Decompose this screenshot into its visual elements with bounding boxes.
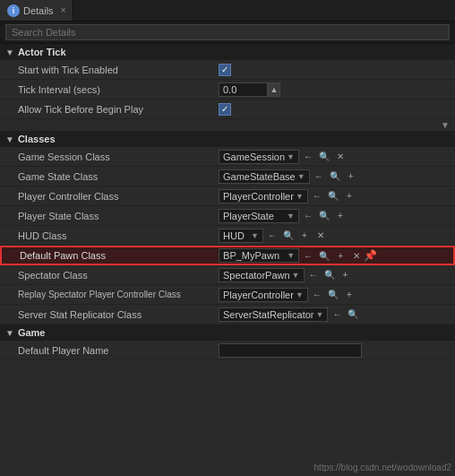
hud-arrow-left-button[interactable]: ← (265, 229, 279, 243)
server-stat-dropdown-text: ServerStatReplicator (223, 309, 314, 320)
scroll-indicator: ▼ (0, 119, 455, 131)
section-classes-label: Classes (18, 134, 56, 144)
replay-spectator-dropdown[interactable]: PlayerController ▼ (219, 288, 308, 302)
section-actor-tick-label: Actor Tick (18, 47, 66, 57)
server-stat-dropdown-arrow: ▼ (316, 310, 324, 319)
game-session-dropdown-arrow: ▼ (287, 152, 295, 161)
spectator-search-button[interactable]: 🔍 (322, 268, 337, 282)
allow-tick-checkbox-wrapper[interactable]: ✓ (219, 103, 231, 116)
default-pawn-arrow-left-button[interactable]: ← (301, 248, 315, 263)
player-state-dropdown-arrow: ▼ (287, 212, 295, 221)
section-actor-tick[interactable]: ▼ Actor Tick (0, 44, 455, 60)
replay-spectator-search-button[interactable]: 🔍 (326, 288, 340, 302)
prop-row-tick-interval: Tick Interval (secs) ▲ (0, 80, 455, 100)
tick-interval-spin-up[interactable]: ▲ (268, 82, 280, 97)
prop-row-spectator: Spectator Class SpectatorPawn ▼ ← 🔍 + (0, 265, 455, 285)
server-stat-dropdown[interactable]: ServerStatReplicator ▼ (219, 307, 328, 322)
game-state-dropdown-text: GameStateBase (223, 171, 296, 182)
prop-row-replay-spectator: Replay Spectator Player Controller Class… (0, 285, 455, 305)
start-tick-checkbox[interactable]: ✓ (219, 64, 231, 76)
player-state-add-button[interactable]: + (333, 209, 348, 223)
hud-clear-button[interactable]: ✕ (313, 229, 328, 243)
start-tick-label: Start with Tick Enabled (4, 65, 219, 75)
game-session-search-button[interactable]: 🔍 (317, 150, 331, 164)
tick-interval-input[interactable] (219, 82, 268, 97)
spectator-add-button[interactable]: + (339, 268, 353, 282)
player-state-search-button[interactable]: 🔍 (317, 209, 331, 223)
spectator-arrow-left-button[interactable]: ← (306, 268, 321, 282)
game-session-label: Game Session Class (4, 151, 219, 162)
game-session-arrow-left-button[interactable]: ← (301, 150, 315, 164)
tick-interval-value: ▲ (219, 82, 451, 97)
allow-tick-checkbox[interactable]: ✓ (219, 103, 231, 116)
spectator-dropdown-text: SpectatorPawn (223, 270, 290, 281)
section-classes[interactable]: ▼ Classes (0, 131, 455, 147)
default-pawn-dropdown[interactable]: BP_MyPawn ▼ (219, 248, 299, 263)
tab-title: Details (23, 5, 54, 16)
game-arrow-icon: ▼ (5, 328, 14, 338)
default-pawn-pin-icon: 📌 (365, 248, 374, 263)
player-state-dropdown[interactable]: PlayerState ▼ (219, 209, 299, 223)
replay-spectator-value: PlayerController ▼ ← 🔍 + (219, 288, 451, 302)
game-state-arrow-left-button[interactable]: ← (312, 169, 326, 184)
default-pawn-value: BP_MyPawn ▼ ← 🔍 + ✕ 📌 (219, 248, 450, 263)
prop-row-game-session: Game Session Class GameSession ▼ ← 🔍 ✕ (0, 147, 455, 167)
server-stat-value: ServerStatReplicator ▼ ← 🔍 (219, 307, 451, 322)
prop-row-player-controller: Player Controller Class PlayerController… (0, 186, 455, 206)
player-state-arrow-left-button[interactable]: ← (301, 209, 315, 223)
prop-row-game-state: Game State Class GameStateBase ▼ ← 🔍 + (0, 167, 455, 186)
default-pawn-add-button[interactable]: + (333, 248, 348, 263)
spectator-value: SpectatorPawn ▼ ← 🔍 + (219, 268, 451, 282)
game-state-value: GameStateBase ▼ ← 🔍 + (219, 169, 451, 184)
default-pawn-label: Default Pawn Class (5, 250, 219, 261)
replay-spectator-add-button[interactable]: + (342, 288, 356, 302)
player-controller-dropdown-arrow: ▼ (296, 192, 304, 201)
hud-search-button[interactable]: 🔍 (281, 229, 296, 243)
default-pawn-search-button[interactable]: 🔍 (317, 248, 331, 263)
game-state-dropdown[interactable]: GameStateBase ▼ (219, 169, 310, 184)
scroll-down-icon: ▼ (441, 120, 450, 130)
hud-label: HUD Class (4, 230, 219, 241)
hud-dropdown-text: HUD (223, 230, 245, 241)
prop-row-default-player-name: Default Player Name (0, 341, 455, 360)
hud-dropdown[interactable]: HUD ▼ (219, 229, 263, 243)
default-player-name-input[interactable] (219, 343, 362, 358)
tab-close-button[interactable]: × (61, 5, 66, 15)
section-game[interactable]: ▼ Game (0, 325, 455, 341)
player-controller-value: PlayerController ▼ ← 🔍 + (219, 189, 451, 203)
tab-bar: i Details × (0, 0, 455, 22)
tab-icon: i (7, 4, 20, 17)
start-tick-checkbox-wrapper[interactable]: ✓ (219, 64, 231, 76)
server-stat-arrow-left-button[interactable]: ← (330, 307, 344, 322)
hud-add-button[interactable]: + (297, 229, 312, 243)
section-game-label: Game (18, 327, 46, 338)
details-panel: i Details × ▼ Actor Tick Start with Tick… (0, 0, 455, 476)
player-state-label: Player State Class (4, 211, 219, 221)
spectator-dropdown[interactable]: SpectatorPawn ▼ (219, 268, 305, 282)
game-session-clear-button[interactable]: ✕ (333, 150, 348, 164)
start-tick-value: ✓ (219, 64, 451, 76)
watermark: https://blog.csdn.net/wodownload2 (314, 463, 451, 472)
details-tab[interactable]: i Details × (0, 0, 73, 21)
player-controller-search-button[interactable]: 🔍 (326, 189, 340, 203)
server-stat-label: Server Stat Replicator Class (4, 309, 219, 320)
replay-spectator-arrow-left-button[interactable]: ← (310, 288, 324, 302)
prop-row-server-stat: Server Stat Replicator Class ServerStatR… (0, 305, 455, 325)
replay-spectator-dropdown-text: PlayerController (223, 290, 294, 300)
allow-tick-label: Allow Tick Before Begin Play (4, 104, 219, 115)
search-input[interactable] (5, 24, 450, 40)
prop-row-player-state: Player State Class PlayerState ▼ ← 🔍 + (0, 206, 455, 226)
game-session-value: GameSession ▼ ← 🔍 ✕ (219, 150, 451, 164)
player-controller-dropdown[interactable]: PlayerController ▼ (219, 189, 308, 203)
game-state-search-button[interactable]: 🔍 (328, 169, 342, 184)
main-content: ▼ Actor Tick Start with Tick Enabled ✓ T… (0, 44, 455, 475)
default-pawn-clear-button[interactable]: ✕ (349, 248, 364, 263)
player-controller-add-button[interactable]: + (342, 189, 356, 203)
server-stat-search-button[interactable]: 🔍 (346, 307, 360, 322)
game-session-dropdown[interactable]: GameSession ▼ (219, 150, 299, 164)
default-player-name-value (219, 343, 451, 358)
default-player-name-label: Default Player Name (4, 345, 219, 356)
player-state-value: PlayerState ▼ ← 🔍 + (219, 209, 451, 223)
game-state-add-button[interactable]: + (344, 169, 358, 184)
player-controller-arrow-left-button[interactable]: ← (310, 189, 324, 203)
